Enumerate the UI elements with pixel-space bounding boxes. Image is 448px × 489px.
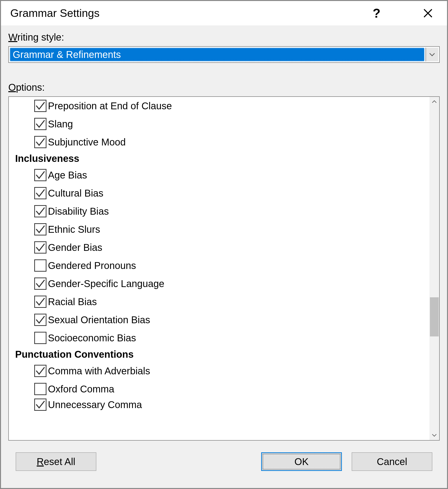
writing-style-selected: Grammar & Refinements bbox=[10, 48, 425, 61]
vertical-scrollbar[interactable] bbox=[429, 97, 439, 440]
option-group-header: Inclusiveness bbox=[15, 153, 429, 164]
options-scroll-area: Preposition at End of ClauseSlangSubjunc… bbox=[9, 97, 429, 440]
option-label: Cultural Bias bbox=[48, 188, 103, 199]
titlebar: Grammar Settings ? bbox=[1, 1, 447, 25]
scrollbar-thumb[interactable] bbox=[430, 297, 439, 336]
dialog-body: Writing style: Grammar & Refinements Opt… bbox=[1, 25, 447, 488]
options-label: Options: bbox=[8, 82, 440, 93]
option-group-header: Punctuation Conventions bbox=[15, 349, 429, 360]
reset-all-button[interactable]: Reset All bbox=[16, 452, 96, 471]
option-row[interactable]: Preposition at End of Clause bbox=[34, 97, 429, 115]
option-row[interactable]: Gender-Specific Language bbox=[34, 275, 429, 293]
checkbox[interactable] bbox=[34, 314, 46, 326]
ok-button[interactable]: OK bbox=[261, 452, 342, 471]
dialog-title: Grammar Settings bbox=[10, 7, 337, 20]
scroll-down-button[interactable] bbox=[429, 430, 439, 440]
options-listbox: Preposition at End of ClauseSlangSubjunc… bbox=[8, 96, 440, 441]
cancel-button[interactable]: Cancel bbox=[352, 452, 432, 471]
option-label: Unnecessary Comma bbox=[48, 399, 142, 410]
option-label: Gender-Specific Language bbox=[48, 278, 164, 289]
option-row[interactable]: Racial Bias bbox=[34, 293, 429, 311]
option-label: Gender Bias bbox=[48, 242, 102, 253]
option-label: Socioeconomic Bias bbox=[48, 333, 136, 344]
option-row[interactable]: Gendered Pronouns bbox=[34, 256, 429, 275]
checkbox[interactable] bbox=[34, 296, 46, 308]
checkbox[interactable] bbox=[34, 205, 46, 217]
option-label: Sexual Orientation Bias bbox=[48, 314, 150, 325]
option-label: Racial Bias bbox=[48, 296, 97, 307]
option-row[interactable]: Unnecessary Comma bbox=[34, 398, 429, 411]
option-row[interactable]: Age Bias bbox=[34, 166, 429, 184]
close-icon bbox=[423, 8, 433, 18]
option-row[interactable]: Gender Bias bbox=[34, 238, 429, 256]
checkbox[interactable] bbox=[34, 241, 46, 254]
scroll-up-button[interactable] bbox=[429, 97, 439, 107]
checkbox[interactable] bbox=[34, 169, 46, 181]
checkbox[interactable] bbox=[34, 100, 46, 112]
grammar-settings-dialog: Grammar Settings ? Writing style: Gramma… bbox=[0, 0, 448, 489]
checkbox[interactable] bbox=[34, 187, 46, 199]
checkbox[interactable] bbox=[34, 365, 46, 377]
option-label: Preposition at End of Clause bbox=[48, 100, 172, 111]
checkbox[interactable] bbox=[34, 136, 46, 148]
option-row[interactable]: Subjunctive Mood bbox=[34, 133, 429, 151]
checkbox[interactable] bbox=[34, 223, 46, 235]
option-row[interactable]: Slang bbox=[34, 115, 429, 133]
option-label: Disability Bias bbox=[48, 206, 109, 217]
option-label: Comma with Adverbials bbox=[48, 366, 150, 377]
checkbox[interactable] bbox=[34, 259, 46, 272]
checkbox[interactable] bbox=[34, 383, 46, 395]
option-row[interactable]: Cultural Bias bbox=[34, 184, 429, 202]
checkbox[interactable] bbox=[34, 118, 46, 130]
help-button[interactable]: ? bbox=[364, 4, 389, 22]
option-row[interactable]: Sexual Orientation Bias bbox=[34, 311, 429, 329]
checkbox[interactable] bbox=[34, 332, 46, 344]
chevron-up-icon bbox=[432, 100, 437, 103]
writing-style-label: Writing style: bbox=[8, 32, 440, 43]
dropdown-arrow-button[interactable] bbox=[426, 48, 438, 61]
chevron-down-icon bbox=[432, 434, 437, 437]
scrollbar-track[interactable] bbox=[429, 107, 439, 430]
option-row[interactable]: Oxford Comma bbox=[34, 380, 429, 398]
writing-style-dropdown[interactable]: Grammar & Refinements bbox=[8, 46, 440, 63]
option-row[interactable]: Comma with Adverbials bbox=[34, 362, 429, 380]
option-label: Ethnic Slurs bbox=[48, 224, 100, 235]
option-label: Age Bias bbox=[48, 170, 87, 181]
option-row[interactable]: Ethnic Slurs bbox=[34, 220, 429, 238]
option-row[interactable]: Disability Bias bbox=[34, 202, 429, 220]
option-label: Slang bbox=[48, 119, 73, 130]
chevron-down-icon bbox=[429, 53, 435, 56]
option-label: Oxford Comma bbox=[48, 384, 114, 395]
checkbox[interactable] bbox=[34, 278, 46, 290]
option-row[interactable]: Socioeconomic Bias bbox=[34, 329, 429, 347]
option-label: Subjunctive Mood bbox=[48, 137, 126, 148]
option-label: Gendered Pronouns bbox=[48, 260, 136, 271]
dialog-footer: Reset All OK Cancel bbox=[8, 441, 440, 481]
close-button[interactable] bbox=[416, 4, 440, 22]
checkbox[interactable] bbox=[34, 399, 46, 411]
